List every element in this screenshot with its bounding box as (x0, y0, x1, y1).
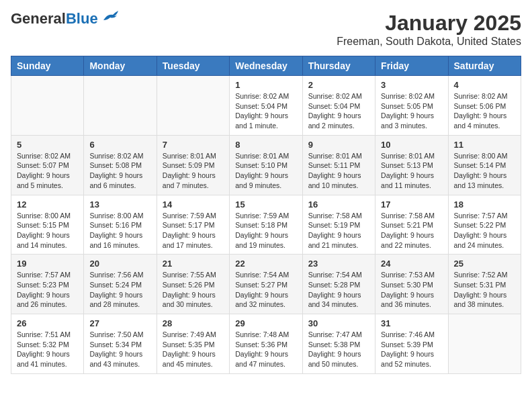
calendar-day-cell (157, 76, 229, 136)
calendar-day-cell: 4Sunrise: 8:02 AM Sunset: 5:06 PM Daylig… (448, 76, 521, 136)
day-info: Sunrise: 7:54 AM Sunset: 5:28 PM Dayligh… (308, 270, 369, 310)
calendar-day-cell: 11Sunrise: 8:00 AM Sunset: 5:14 PM Dayli… (448, 135, 521, 195)
day-info: Sunrise: 8:01 AM Sunset: 5:11 PM Dayligh… (308, 151, 369, 191)
calendar-table: SundayMondayTuesdayWednesdayThursdayFrid… (11, 56, 521, 374)
calendar-day-cell: 17Sunrise: 7:58 AM Sunset: 5:21 PM Dayli… (375, 195, 448, 255)
calendar-header-thursday: Thursday (302, 56, 375, 76)
calendar-day-cell: 12Sunrise: 8:00 AM Sunset: 5:15 PM Dayli… (11, 195, 84, 255)
day-number: 31 (381, 318, 442, 328)
page-title: January 2025 (337, 11, 521, 36)
day-info: Sunrise: 8:02 AM Sunset: 5:08 PM Dayligh… (89, 151, 150, 191)
day-info: Sunrise: 8:02 AM Sunset: 5:05 PM Dayligh… (381, 91, 442, 131)
day-number: 27 (89, 318, 150, 328)
day-number: 18 (454, 199, 515, 210)
day-info: Sunrise: 7:47 AM Sunset: 5:38 PM Dayligh… (308, 330, 369, 369)
calendar-day-cell: 25Sunrise: 7:52 AM Sunset: 5:31 PM Dayli… (448, 255, 521, 314)
day-info: Sunrise: 7:59 AM Sunset: 5:18 PM Dayligh… (235, 211, 296, 250)
calendar-day-cell: 5Sunrise: 8:02 AM Sunset: 5:07 PM Daylig… (11, 135, 84, 195)
day-number: 9 (308, 140, 369, 150)
page-subtitle: Freeman, South Dakota, United States (337, 36, 521, 48)
calendar-day-cell: 31Sunrise: 7:46 AM Sunset: 5:39 PM Dayli… (375, 314, 448, 374)
calendar-week-row: 1Sunrise: 8:02 AM Sunset: 5:04 PM Daylig… (11, 76, 521, 136)
day-info: Sunrise: 8:01 AM Sunset: 5:10 PM Dayligh… (235, 151, 296, 191)
logo-text: GeneralBlue (11, 11, 98, 27)
header: GeneralBlue January 2025 Freeman, South … (11, 11, 521, 48)
title-area: January 2025 Freeman, South Dakota, Unit… (337, 11, 521, 48)
calendar-day-cell: 3Sunrise: 8:02 AM Sunset: 5:05 PM Daylig… (375, 76, 448, 136)
logo: GeneralBlue (11, 11, 120, 27)
day-info: Sunrise: 7:50 AM Sunset: 5:34 PM Dayligh… (89, 330, 150, 369)
day-info: Sunrise: 8:02 AM Sunset: 5:07 PM Dayligh… (17, 151, 78, 191)
calendar-day-cell: 13Sunrise: 8:00 AM Sunset: 5:16 PM Dayli… (84, 195, 157, 255)
day-number: 17 (381, 199, 442, 210)
calendar-week-row: 5Sunrise: 8:02 AM Sunset: 5:07 PM Daylig… (11, 135, 521, 195)
calendar-week-row: 26Sunrise: 7:51 AM Sunset: 5:32 PM Dayli… (11, 314, 521, 374)
day-info: Sunrise: 7:55 AM Sunset: 5:26 PM Dayligh… (163, 270, 224, 310)
calendar-day-cell: 2Sunrise: 8:02 AM Sunset: 5:04 PM Daylig… (302, 76, 375, 136)
day-number: 29 (235, 318, 296, 328)
day-number: 6 (89, 140, 150, 150)
day-info: Sunrise: 8:02 AM Sunset: 5:06 PM Dayligh… (454, 91, 515, 131)
calendar-day-cell (84, 76, 157, 136)
calendar-day-cell: 27Sunrise: 7:50 AM Sunset: 5:34 PM Dayli… (84, 314, 157, 374)
day-info: Sunrise: 7:57 AM Sunset: 5:22 PM Dayligh… (454, 211, 515, 250)
day-info: Sunrise: 7:52 AM Sunset: 5:31 PM Dayligh… (454, 270, 515, 310)
day-number: 3 (381, 80, 442, 90)
day-info: Sunrise: 7:54 AM Sunset: 5:27 PM Dayligh… (235, 270, 296, 310)
calendar-day-cell: 30Sunrise: 7:47 AM Sunset: 5:38 PM Dayli… (302, 314, 375, 374)
calendar-day-cell (11, 76, 84, 136)
day-info: Sunrise: 8:02 AM Sunset: 5:04 PM Dayligh… (235, 91, 296, 131)
calendar-day-cell: 29Sunrise: 7:48 AM Sunset: 5:36 PM Dayli… (230, 314, 302, 374)
day-number: 26 (17, 318, 78, 328)
day-info: Sunrise: 7:59 AM Sunset: 5:17 PM Dayligh… (163, 211, 224, 250)
day-number: 12 (17, 199, 78, 210)
calendar-header-row: SundayMondayTuesdayWednesdayThursdayFrid… (11, 56, 521, 76)
calendar-day-cell: 26Sunrise: 7:51 AM Sunset: 5:32 PM Dayli… (11, 314, 84, 374)
day-info: Sunrise: 7:58 AM Sunset: 5:21 PM Dayligh… (381, 211, 442, 250)
day-info: Sunrise: 8:02 AM Sunset: 5:04 PM Dayligh… (308, 91, 369, 131)
day-info: Sunrise: 7:51 AM Sunset: 5:32 PM Dayligh… (17, 330, 78, 369)
day-number: 2 (308, 80, 369, 90)
day-number: 21 (163, 259, 224, 269)
day-number: 15 (235, 199, 296, 210)
calendar-day-cell: 16Sunrise: 7:58 AM Sunset: 5:19 PM Dayli… (302, 195, 375, 255)
day-info: Sunrise: 7:48 AM Sunset: 5:36 PM Dayligh… (235, 330, 296, 369)
calendar-day-cell (448, 314, 521, 374)
calendar-header-sunday: Sunday (11, 56, 84, 76)
day-number: 8 (235, 140, 296, 150)
calendar-day-cell: 10Sunrise: 8:01 AM Sunset: 5:13 PM Dayli… (375, 135, 448, 195)
calendar-header-monday: Monday (84, 56, 157, 76)
calendar-header-wednesday: Wednesday (230, 56, 302, 76)
calendar-header-friday: Friday (375, 56, 448, 76)
calendar-day-cell: 20Sunrise: 7:56 AM Sunset: 5:24 PM Dayli… (84, 255, 157, 314)
day-number: 20 (89, 259, 150, 269)
day-number: 22 (235, 259, 296, 269)
calendar-header-tuesday: Tuesday (157, 56, 229, 76)
day-number: 16 (308, 199, 369, 210)
day-info: Sunrise: 8:00 AM Sunset: 5:15 PM Dayligh… (17, 211, 78, 250)
calendar-day-cell: 22Sunrise: 7:54 AM Sunset: 5:27 PM Dayli… (230, 255, 302, 314)
calendar-week-row: 12Sunrise: 8:00 AM Sunset: 5:15 PM Dayli… (11, 195, 521, 255)
calendar-day-cell: 6Sunrise: 8:02 AM Sunset: 5:08 PM Daylig… (84, 135, 157, 195)
calendar-day-cell: 19Sunrise: 7:57 AM Sunset: 5:23 PM Dayli… (11, 255, 84, 314)
day-number: 7 (163, 140, 224, 150)
day-info: Sunrise: 7:57 AM Sunset: 5:23 PM Dayligh… (17, 270, 78, 310)
calendar-day-cell: 21Sunrise: 7:55 AM Sunset: 5:26 PM Dayli… (157, 255, 229, 314)
day-number: 1 (235, 80, 296, 90)
day-info: Sunrise: 7:53 AM Sunset: 5:30 PM Dayligh… (381, 270, 442, 310)
day-info: Sunrise: 7:58 AM Sunset: 5:19 PM Dayligh… (308, 211, 369, 250)
calendar-day-cell: 24Sunrise: 7:53 AM Sunset: 5:30 PM Dayli… (375, 255, 448, 314)
day-number: 5 (17, 140, 78, 150)
day-info: Sunrise: 8:01 AM Sunset: 5:09 PM Dayligh… (163, 151, 224, 191)
calendar-day-cell: 7Sunrise: 8:01 AM Sunset: 5:09 PM Daylig… (157, 135, 229, 195)
day-info: Sunrise: 7:56 AM Sunset: 5:24 PM Dayligh… (89, 270, 150, 310)
calendar-day-cell: 9Sunrise: 8:01 AM Sunset: 5:11 PM Daylig… (302, 135, 375, 195)
calendar-header-saturday: Saturday (448, 56, 521, 76)
day-info: Sunrise: 8:00 AM Sunset: 5:14 PM Dayligh… (454, 151, 515, 191)
day-number: 14 (163, 199, 224, 210)
day-number: 13 (89, 199, 150, 210)
day-number: 30 (308, 318, 369, 328)
day-info: Sunrise: 7:49 AM Sunset: 5:35 PM Dayligh… (163, 330, 224, 369)
day-number: 19 (17, 259, 78, 269)
day-number: 24 (381, 259, 442, 269)
